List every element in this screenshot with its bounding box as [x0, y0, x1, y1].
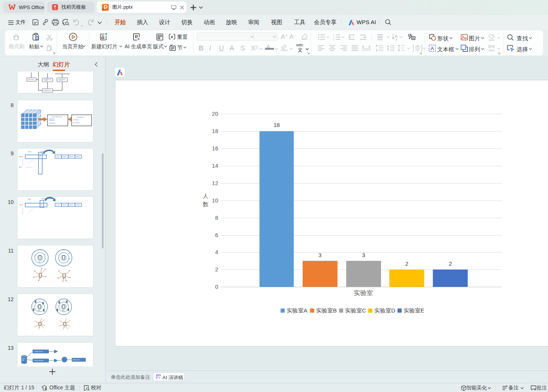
svg-text:WNLtB: WNLtB [69, 156, 73, 158]
svg-text:hfd df df fh: hfd df df fh [49, 120, 55, 121]
svg-text:cs2: cs2 [64, 326, 66, 328]
svg-text:4: 4 [215, 249, 218, 255]
svg-text:wtsTB: wtsTB [56, 204, 59, 206]
svg-text:26Ps: 26Ps [41, 198, 44, 200]
svg-text:fda ssd: fda ssd [59, 80, 63, 81]
svg-text:实验室E: 实验室E [404, 307, 424, 314]
svg-text:WNLtB: WNLtB [76, 156, 80, 158]
svg-text:18: 18 [212, 128, 218, 134]
svg-text:AP2: AP2 [62, 310, 64, 311]
svg-text:ts df tdgft s: ts df tdgft s [73, 119, 79, 121]
svg-text:MaT: MaT [19, 167, 22, 168]
svg-text:fonsds: fonsds [44, 80, 48, 81]
svg-text:AP: AP [63, 278, 64, 279]
svg-text:3: 3 [362, 252, 365, 258]
svg-text:10: 10 [212, 197, 218, 204]
svg-text:2: 2 [405, 260, 408, 267]
svg-text:实验室D: 实验室D [374, 307, 395, 314]
svg-text:实验室C: 实验室C [345, 307, 366, 314]
svg-text:ab: ab [377, 34, 383, 40]
svg-text:WNLtB: WNLtB [76, 204, 80, 206]
svg-text:30Ps: 30Ps [28, 199, 31, 200]
svg-text:cs: cs [39, 326, 40, 328]
svg-text:fsf: fsf [39, 157, 40, 158]
svg-text:实验室: 实验室 [354, 289, 373, 297]
svg-text:Ma B: Ma B [20, 156, 23, 158]
svg-text:AP1: AP1 [38, 310, 40, 311]
svg-text:实验室A: 实验室A [287, 307, 308, 314]
svg-text:s fdfdsxcfdf fdsfsf: s fdfdsxcfdf fdsfsf [34, 360, 43, 361]
svg-text:3: 3 [318, 252, 321, 258]
svg-text:fsfd: fsfd [22, 360, 24, 361]
svg-text:WNLtB: WNLtB [63, 204, 66, 206]
svg-text:hsd df df hb: hsd df df hb [49, 122, 55, 124]
svg-text:6: 6 [215, 232, 218, 238]
svg-text:8: 8 [215, 214, 218, 221]
svg-text:12: 12 [212, 180, 218, 186]
svg-text:WNLtB: WNLtB [69, 204, 73, 206]
svg-text:offce a not: offce a not [28, 79, 34, 80]
svg-text:hsdst hsdtd hsdted: hsdst hsdtd hsdted [52, 116, 62, 118]
svg-text:zfd: zfd [38, 261, 40, 263]
svg-text:2: 2 [449, 260, 452, 267]
svg-text:数: 数 [203, 201, 208, 207]
svg-text:20: 20 [212, 110, 218, 117]
svg-text:0: 0 [215, 283, 218, 290]
svg-text:sfsts bghst fss: sfsts bghst fss [77, 116, 84, 118]
svg-text:Ma B: Ma B [20, 204, 23, 206]
svg-text:26 Pss: 26 Pss [41, 151, 46, 152]
svg-text:s fdsfbfmsfscfvsf: s fdsfbfmsfscfvsf [34, 351, 43, 352]
svg-text:fs sfs tsgfs fs: fs sfs tsgfs fs [73, 122, 80, 124]
svg-text:WNLtB: WNLtB [63, 156, 66, 158]
svg-text:wtsTB: wtsTB [56, 156, 59, 158]
svg-text:fo ftwafvkr ao: fo ftwafvkr ao [44, 90, 51, 91]
svg-text:3: 3 [333, 38, 334, 40]
svg-text:30 Ps: 30 Ps [28, 151, 31, 153]
svg-text:A: A [395, 34, 398, 39]
svg-text:A: A [431, 46, 434, 51]
svg-text:fdfdsfd sfdsf: fdfdsfd sfdsf [73, 359, 80, 361]
svg-text:AP1: AP1 [39, 277, 41, 279]
svg-text:18: 18 [274, 122, 280, 128]
svg-text:14: 14 [212, 162, 218, 169]
svg-text:16: 16 [212, 145, 218, 152]
svg-text:人: 人 [203, 193, 208, 199]
svg-text:2: 2 [215, 266, 218, 273]
svg-text:实验室B: 实验室B [316, 307, 337, 314]
svg-text:fs: fs [41, 205, 42, 206]
